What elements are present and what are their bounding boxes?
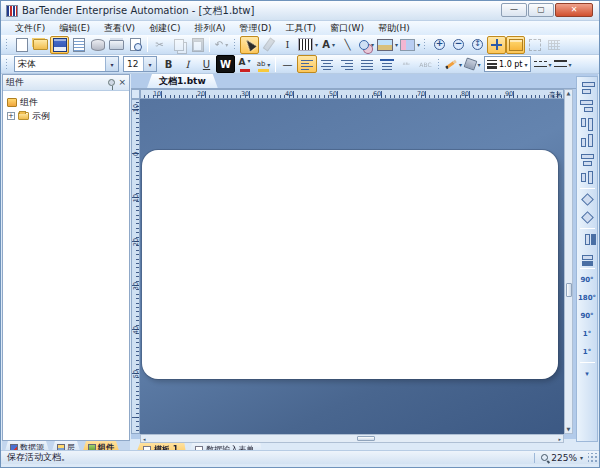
document-tab[interactable]: 文档1.btw [147, 74, 218, 88]
rotate-1-ccw-button[interactable]: 1° [578, 325, 597, 342]
zoom-out-button[interactable] [449, 36, 468, 54]
font-family-select[interactable]: 宋体 ▾ [14, 56, 119, 72]
text-cursor-button[interactable]: I [278, 36, 297, 54]
close-icon[interactable]: × [118, 78, 126, 87]
italic-button[interactable]: I [178, 55, 197, 73]
rotate-180-button[interactable]: 180° [578, 289, 597, 306]
create-shape-button[interactable] [357, 36, 376, 54]
paste-button[interactable] [188, 36, 207, 54]
design-canvas[interactable] [140, 99, 564, 434]
underline-button[interactable]: U [197, 55, 216, 73]
superscript-button[interactable]: ᴬᴮᶜ [397, 55, 416, 73]
scroll-right-icon[interactable]: ▸ [556, 436, 563, 442]
close-button[interactable]: ✕ [555, 3, 593, 17]
chevron-down-icon[interactable]: ▾ [580, 454, 583, 461]
format-painter-button[interactable] [259, 36, 278, 54]
zoom-in-button[interactable] [430, 36, 449, 54]
copy-button[interactable] [169, 36, 188, 54]
label-template[interactable] [142, 150, 558, 379]
toolbar-grip[interactable] [437, 58, 441, 71]
zoom-dynamic-button[interactable] [468, 36, 487, 54]
horizontal-scrollbar[interactable]: ◂ ▸ [140, 434, 564, 443]
align-bottom-edges-button[interactable] [579, 132, 596, 151]
zoom-control[interactable]: 225% ▾ [534, 453, 583, 463]
menu-item[interactable]: 管理(D) [234, 22, 278, 35]
toolbar-options-button[interactable]: ▾ [578, 365, 597, 382]
rotate-90-button[interactable]: 90° [578, 271, 597, 288]
align-left-edges-button[interactable] [578, 79, 597, 96]
toolbox-button[interactable] [506, 36, 525, 54]
minimize-button[interactable]: — [501, 3, 527, 17]
vertical-scrollbar[interactable]: ▲ ▼ [564, 89, 573, 434]
center-horizontally-button[interactable] [578, 191, 597, 208]
expand-icon[interactable]: + [7, 112, 15, 120]
align-right-edges-button[interactable] [578, 97, 597, 114]
fill-color-button[interactable] [463, 55, 482, 73]
create-barcode-button[interactable] [297, 36, 319, 54]
scroll-left-icon[interactable]: ◂ [141, 436, 148, 442]
scrollbar-thumb[interactable] [357, 436, 375, 441]
align-horizontal-center-button[interactable] [578, 151, 597, 168]
bold-button[interactable]: B [159, 55, 178, 73]
subscript-button[interactable]: ABC [416, 55, 435, 73]
toolbar-grip[interactable] [233, 38, 237, 51]
align-left-button[interactable] [297, 55, 317, 73]
print-preview-button[interactable] [126, 36, 145, 54]
menu-item[interactable]: 窗口(W) [324, 22, 370, 35]
create-image-button[interactable] [376, 36, 399, 54]
font-color-button[interactable]: A [235, 55, 254, 73]
text-fit-button[interactable] [377, 55, 397, 73]
distribute-horizontally-button[interactable] [578, 231, 597, 248]
border-button[interactable] [553, 55, 573, 73]
page-setup-button[interactable] [69, 36, 88, 54]
menu-item[interactable]: 编辑(E) [53, 22, 96, 35]
cut-button[interactable]: ✂ [150, 36, 169, 54]
toolbar-grip[interactable] [5, 38, 9, 51]
scroll-up-icon[interactable]: ▲ [567, 90, 571, 97]
menu-item[interactable]: 帮助(H) [372, 22, 416, 35]
line-color-button[interactable] [444, 55, 463, 73]
maximize-button[interactable]: ▢ [528, 3, 554, 17]
inverse-text-button[interactable]: W [216, 55, 235, 73]
fit-to-window-button[interactable] [487, 36, 506, 54]
print-button[interactable] [107, 36, 126, 54]
center-vertically-button[interactable] [579, 208, 596, 227]
rotate-1-cw-button[interactable]: 1° [578, 343, 597, 360]
toolbar-grip[interactable] [5, 58, 9, 71]
rotate-270-button[interactable]: 90° [578, 307, 597, 324]
align-justify-button[interactable] [357, 55, 377, 73]
menu-item[interactable]: 工具(T) [280, 22, 323, 35]
new-document-button[interactable] [12, 36, 31, 54]
strikethrough-button[interactable]: — [278, 55, 297, 73]
menu-item[interactable]: 排列(A) [188, 22, 231, 35]
database-button[interactable] [88, 36, 107, 54]
tree-item-samples[interactable]: + 示例 [5, 109, 127, 123]
resize-grip[interactable] [588, 453, 598, 463]
menu-item[interactable]: 创建(C) [143, 22, 186, 35]
align-center-button[interactable] [317, 55, 337, 73]
align-right-button[interactable] [337, 55, 357, 73]
scroll-down-icon[interactable]: ▼ [567, 426, 571, 433]
create-line-button[interactable]: ╲ [338, 36, 357, 54]
open-button[interactable] [31, 36, 50, 54]
chevron-down-icon[interactable]: ▾ [143, 57, 156, 71]
align-vertical-center-button[interactable] [579, 168, 596, 187]
save-button[interactable] [50, 36, 69, 54]
snap-button[interactable] [525, 36, 544, 54]
line-weight-select[interactable]: 1.0 pt ▾ [484, 56, 531, 72]
pin-icon[interactable] [108, 79, 115, 86]
pointer-button[interactable] [240, 36, 259, 54]
line-style-button[interactable] [533, 55, 553, 73]
menu-item[interactable]: 查看(V) [98, 22, 141, 35]
distribute-vertically-button[interactable] [579, 248, 596, 267]
font-size-select[interactable]: 12 ▾ [123, 56, 157, 72]
chevron-down-icon[interactable]: ▾ [525, 61, 528, 68]
create-object-button[interactable] [399, 36, 421, 54]
grid-button[interactable] [544, 36, 563, 54]
chevron-down-icon[interactable]: ▾ [105, 57, 118, 71]
undo-button[interactable]: ↶ [212, 36, 231, 54]
highlight-button[interactable] [254, 55, 273, 73]
toolbar-grip[interactable] [423, 38, 427, 51]
scrollbar-thumb[interactable] [566, 283, 572, 297]
align-top-edges-button[interactable] [579, 114, 596, 133]
